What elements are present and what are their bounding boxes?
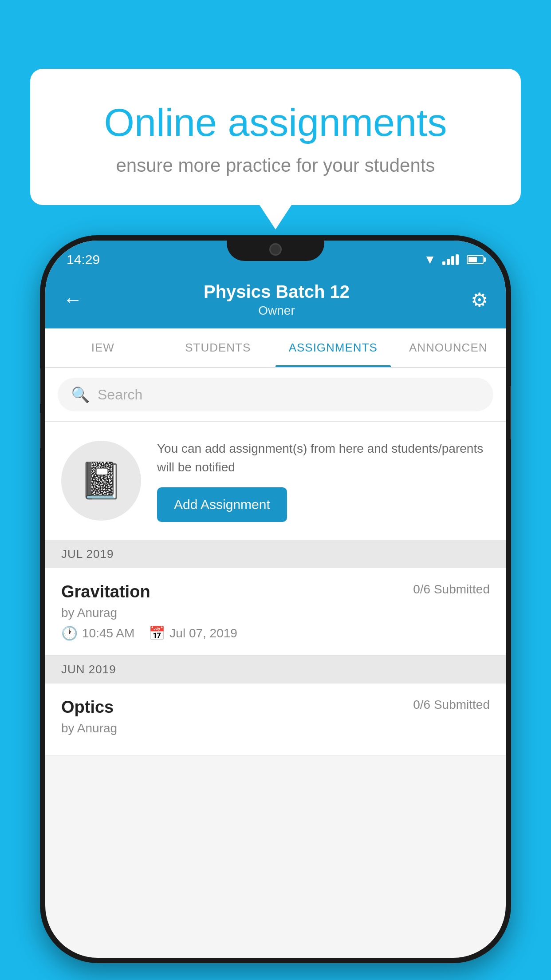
assignment-name: Gravitation: [61, 582, 150, 601]
signal-icon: [442, 254, 459, 265]
calendar-icon: 📅: [149, 625, 165, 641]
notebook-icon: 📓: [79, 460, 123, 502]
search-input-wrapper[interactable]: 🔍 Search: [58, 378, 493, 411]
assignment-item-gravitation[interactable]: Gravitation 0/6 Submitted by Anurag 🕐 10…: [45, 568, 506, 656]
wifi-icon: ▼: [424, 253, 436, 267]
assignment-submitted-optics: 0/6 Submitted: [413, 698, 490, 712]
header-center: Physics Batch 12 Owner: [204, 282, 350, 318]
clock-icon: 🕐: [61, 625, 78, 641]
search-placeholder: Search: [98, 387, 142, 403]
tab-iew[interactable]: IEW: [45, 328, 161, 367]
back-button[interactable]: ←: [63, 288, 83, 311]
promo-icon-circle: 📓: [61, 441, 141, 521]
phone-camera: [269, 243, 282, 256]
battery-icon: [467, 255, 484, 264]
volume-up-button[interactable]: [40, 368, 41, 404]
promo-card: 📓 You can add assignment(s) from here an…: [45, 422, 506, 540]
volume-down-button[interactable]: [40, 413, 41, 448]
phone-notch: [227, 235, 324, 261]
date-value: Jul 07, 2019: [169, 626, 237, 640]
header-title: Physics Batch 12: [204, 282, 350, 302]
settings-icon[interactable]: ⚙: [471, 288, 488, 311]
phone-screen: 14:29 ▼ ← Physics Batch: [45, 241, 506, 958]
assignment-name-optics: Optics: [61, 698, 114, 717]
assignment-date: 📅 Jul 07, 2019: [149, 625, 237, 641]
speech-bubble-container: Online assignments ensure more practice …: [30, 69, 521, 205]
tab-assignments[interactable]: ASSIGNMENTS: [276, 328, 391, 367]
status-icons: ▼: [424, 253, 484, 267]
search-container: 🔍 Search: [45, 368, 506, 422]
bubble-title: Online assignments: [66, 100, 485, 145]
tab-announcements[interactable]: ANNOUNCEN: [391, 328, 506, 367]
assignment-row1: Gravitation 0/6 Submitted: [61, 582, 490, 601]
section-header-jun: JUN 2019: [45, 656, 506, 684]
assignment-author-optics: by Anurag: [61, 721, 490, 735]
add-assignment-button[interactable]: Add Assignment: [157, 487, 287, 522]
power-button[interactable]: [510, 386, 511, 439]
assignment-row1-optics: Optics 0/6 Submitted: [61, 698, 490, 717]
promo-text: You can add assignment(s) from here and …: [157, 439, 490, 477]
time-value: 10:45 AM: [82, 626, 134, 640]
assignment-meta: 🕐 10:45 AM 📅 Jul 07, 2019: [61, 625, 490, 641]
assignment-author: by Anurag: [61, 606, 490, 620]
promo-content: You can add assignment(s) from here and …: [157, 439, 490, 522]
tab-students[interactable]: STUDENTS: [161, 328, 276, 367]
assignment-item-optics[interactable]: Optics 0/6 Submitted by Anurag: [45, 684, 506, 755]
assignment-time: 🕐 10:45 AM: [61, 625, 134, 641]
search-icon: 🔍: [71, 386, 90, 403]
bubble-subtitle: ensure more practice for your students: [66, 155, 485, 176]
app-header: ← Physics Batch 12 Owner ⚙: [45, 271, 506, 328]
status-time: 14:29: [67, 252, 100, 267]
tabs-container: IEW STUDENTS ASSIGNMENTS ANNOUNCEN: [45, 328, 506, 368]
assignment-submitted: 0/6 Submitted: [413, 582, 490, 597]
speech-bubble: Online assignments ensure more practice …: [30, 69, 521, 205]
header-subtitle: Owner: [204, 304, 350, 318]
phone-frame: 14:29 ▼ ← Physics Batch: [40, 235, 511, 963]
section-header-jul: JUL 2019: [45, 540, 506, 568]
